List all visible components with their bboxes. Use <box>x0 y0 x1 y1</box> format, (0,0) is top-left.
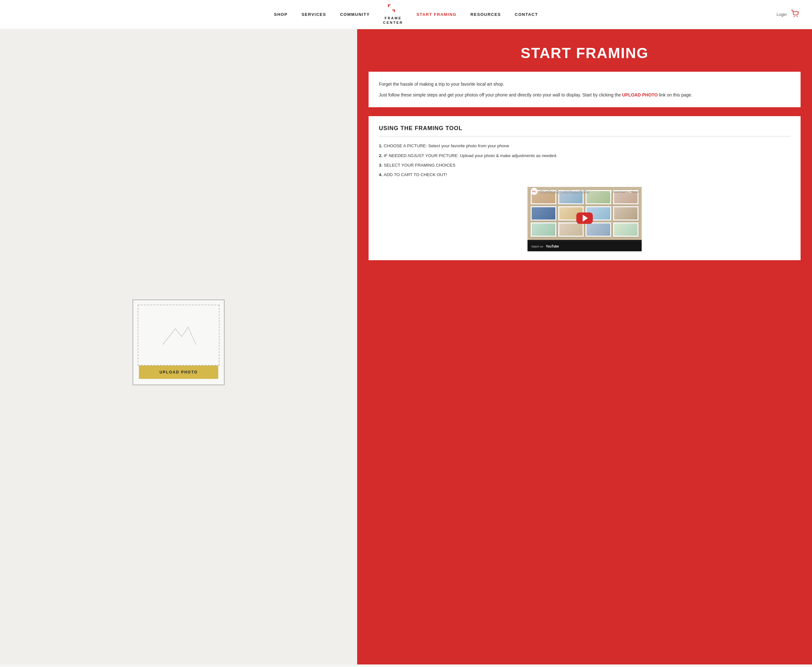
mountain-illustration <box>159 322 197 348</box>
left-panel: UPLOAD PHOTO <box>0 29 357 664</box>
page-title: START FRAMING <box>369 45 800 61</box>
cart-icon <box>791 10 799 17</box>
intro-para-1: Forget the hassle of making a trip to yo… <box>379 81 790 88</box>
login-link[interactable]: Login <box>777 12 787 17</box>
svg-point-5 <box>797 16 798 17</box>
video-embed[interactable]: FC Start Framing with Frame Center Watch… <box>527 187 642 251</box>
watch-later-icon <box>609 190 612 193</box>
video-title: Start Framing with Frame Center <box>540 190 609 193</box>
main-container: UPLOAD PHOTO START FRAMING Forget the ha… <box>0 29 812 664</box>
framing-divider <box>379 136 790 136</box>
video-inner: FC Start Framing with Frame Center Watch… <box>527 187 642 251</box>
upload-link[interactable]: UPLOAD PHOTO <box>622 92 658 98</box>
photo-frame-inner <box>138 305 219 365</box>
header: SHOP SERVICES COMMUNITY FRAMECENTER STAR… <box>0 0 812 29</box>
logo[interactable]: FRAMECENTER <box>377 4 409 25</box>
nav-item-resources[interactable]: RESOURCES <box>463 10 508 19</box>
framing-card-title: USING THE FRAMING TOOL <box>379 125 790 132</box>
step-4: 4.ADD TO CART TO CHECK OUT! <box>379 172 790 178</box>
nav-item-contact[interactable]: CONTACT <box>508 10 545 19</box>
cart-button[interactable] <box>791 10 799 19</box>
video-topbar: FC Start Framing with Frame Center Watch… <box>527 187 642 196</box>
intro-card: Forget the hassle of making a trip to yo… <box>369 72 800 108</box>
play-icon <box>583 214 588 221</box>
watch-on-label: Watch on <box>531 245 544 248</box>
svg-point-10 <box>628 191 629 192</box>
svg-rect-3 <box>394 10 395 12</box>
main-nav: SHOP SERVICES COMMUNITY FRAMECENTER STAR… <box>13 4 799 25</box>
share-btn[interactable]: Share <box>628 190 638 193</box>
intro-para-2: Just follow these simple steps and get y… <box>379 91 790 98</box>
logo-text: FRAMECENTER <box>383 16 403 25</box>
svg-point-4 <box>794 16 795 17</box>
nav-item-services[interactable]: SERVICES <box>295 10 333 19</box>
upload-photo-button[interactable]: UPLOAD PHOTO <box>139 365 218 379</box>
play-button[interactable] <box>576 212 593 224</box>
svg-line-8 <box>611 191 611 192</box>
video-channel-logo: FC <box>531 188 538 195</box>
steps-list: 1.CHOOSE A PICTURE: Select your favorite… <box>379 143 790 178</box>
video-actions: Watch later Share <box>609 190 639 193</box>
share-icon <box>628 190 631 193</box>
step-1: 1.CHOOSE A PICTURE: Select your favorite… <box>379 143 790 149</box>
watch-later-btn[interactable]: Watch later <box>609 190 625 193</box>
youtube-logo: YouTube <box>546 245 559 248</box>
nav-item-community[interactable]: COMMUNITY <box>333 10 377 19</box>
photo-frame-box: UPLOAD PHOTO <box>133 300 225 385</box>
step-2: 2.IF NEEDED ADJUST YOUR PICTURE: Upload … <box>379 153 790 159</box>
video-bottom-bar: Watch on YouTube <box>527 242 642 251</box>
right-panel: START FRAMING Forget the hassle of makin… <box>357 29 812 664</box>
nav-item-start-framing[interactable]: START FRAMING <box>409 10 463 19</box>
framing-card: USING THE FRAMING TOOL 1.CHOOSE A PICTUR… <box>369 116 800 260</box>
header-actions: Login <box>777 10 799 19</box>
svg-rect-1 <box>388 5 389 7</box>
logo-icon <box>387 4 399 15</box>
step-3: 3.SELECT YOUR FRAMING CHOICES <box>379 162 790 169</box>
nav-item-shop[interactable]: SHOP <box>267 10 295 19</box>
